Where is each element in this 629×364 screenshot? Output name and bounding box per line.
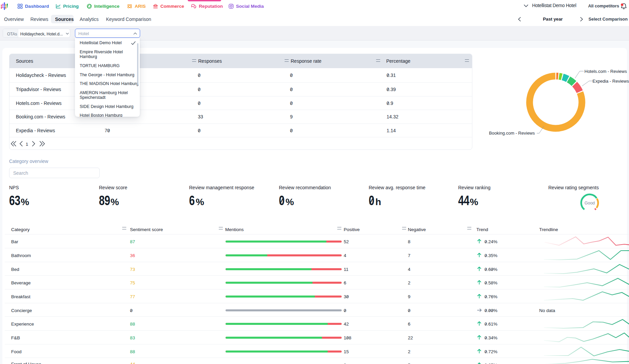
svg-text:Good: Good (584, 201, 595, 205)
